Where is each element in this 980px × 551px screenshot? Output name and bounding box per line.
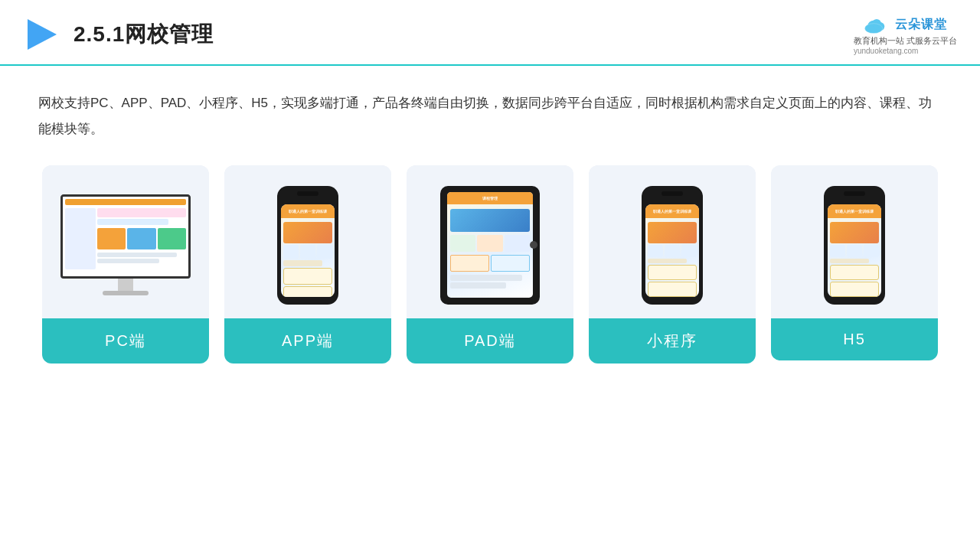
phone-mockup-app: 职通人的第一堂训练课 [277, 186, 338, 305]
header: 2.5.1网校管理 云朵课堂 教育机构一站 式服务云平台 yunduoketan… [0, 0, 980, 66]
cards-row: PC端 职通人的第一堂训练课 [38, 165, 942, 364]
logo-area: 云朵课堂 教育机构一站 式服务云平台 yunduoketang.com [854, 14, 957, 55]
card-app-label: APP端 [224, 318, 391, 364]
card-pad-image: 课程管理 [407, 165, 573, 318]
svg-marker-0 [28, 19, 57, 50]
header-left: 2.5.1网校管理 [23, 16, 214, 53]
play-icon [23, 16, 60, 53]
phone-mockup-h5: 职通人的第一堂训练课 [824, 186, 885, 305]
phone-mockup-miniprogram: 职通人的第一堂训练课 [642, 186, 703, 305]
main-content: 网校支持PC、APP、PAD、小程序、H5，实现多端打通，产品各终端自由切换，数… [0, 66, 980, 379]
logo-url: yunduoketang.com [854, 47, 957, 55]
card-pc-image [42, 165, 209, 318]
card-pad: 课程管理 [407, 165, 573, 364]
page-title: 2.5.1网校管理 [74, 20, 214, 49]
card-pad-label: PAD端 [407, 318, 573, 364]
card-app-image: 职通人的第一堂训练课 [224, 165, 391, 318]
tablet-mockup: 课程管理 [440, 186, 540, 305]
monitor-screen [60, 194, 191, 279]
card-pc: PC端 [42, 165, 209, 364]
card-pc-label: PC端 [42, 318, 209, 364]
card-app: 职通人的第一堂训练课 [224, 165, 391, 364]
card-h5: 职通人的第一堂训练课 [771, 165, 938, 360]
card-miniprogram-image: 职通人的第一堂训练课 [589, 165, 756, 318]
description-text: 网校支持PC、APP、PAD、小程序、H5，实现多端打通，产品各终端自由切换，数… [38, 90, 942, 142]
logo-cloud: 云朵课堂 [863, 14, 947, 35]
cloud-icon [863, 14, 890, 35]
card-miniprogram-label: 小程序 [589, 318, 756, 364]
card-miniprogram: 职通人的第一堂训练课 [589, 165, 756, 364]
logo-name: 云朵课堂 [895, 17, 947, 33]
monitor-mockup [60, 194, 191, 295]
card-h5-image: 职通人的第一堂训练课 [771, 165, 938, 318]
card-h5-label: H5 [771, 318, 938, 360]
logo-subtitle: 教育机构一站 式服务云平台 yunduoketang.com [854, 35, 957, 55]
